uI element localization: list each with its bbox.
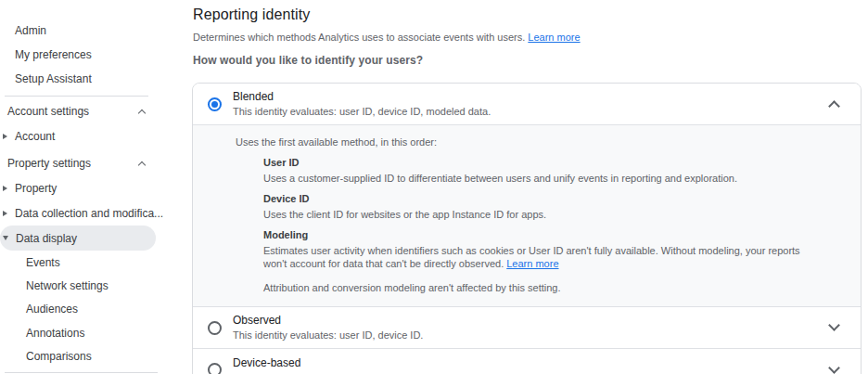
- option-observed[interactable]: Observed This identity evaluates: user I…: [193, 307, 861, 348]
- sidebar-item-property[interactable]: Property: [0, 175, 192, 200]
- sidebar-item-label: Network settings: [26, 279, 108, 292]
- sidebar-item-annotations[interactable]: Annotations: [0, 321, 192, 344]
- sidebar-item-audiences[interactable]: Audiences: [0, 298, 192, 321]
- sidebar-item-my-preferences[interactable]: My preferences: [0, 43, 192, 67]
- option-text: Device-based This identity evaluates: de…: [233, 356, 830, 374]
- radio-dot: [211, 101, 218, 108]
- radio-unselected-icon[interactable]: [208, 321, 222, 335]
- page-subtitle: Determines which methods Analytics uses …: [193, 31, 862, 44]
- sidebar-item-label: Data collection and modifica...: [15, 207, 163, 220]
- option-description: This identity evaluates: user ID, device…: [233, 106, 830, 118]
- sidebar-item-data-display[interactable]: Data display: [0, 226, 156, 251]
- method-name: User ID: [263, 156, 823, 169]
- identity-question: How would you like to identify your user…: [193, 54, 862, 68]
- sidebar-item-label: Admin: [15, 24, 46, 37]
- method-list: User ID Uses a customer-supplied ID to d…: [263, 156, 823, 270]
- arrow-right-icon: [3, 211, 7, 216]
- method-description: Uses a customer-supplied ID to different…: [263, 172, 823, 185]
- blended-details-panel: Uses the first available method, in this…: [193, 124, 861, 307]
- chevron-down-icon[interactable]: [828, 362, 840, 374]
- sidebar-item-label: Annotations: [26, 327, 84, 340]
- arrow-right-icon: [3, 186, 7, 191]
- method-description: Estimates user activity when identifiers…: [263, 244, 823, 270]
- details-intro: Uses the first available method, in this…: [236, 135, 823, 148]
- option-name: Blended: [233, 90, 830, 104]
- chevron-up-icon[interactable]: [828, 100, 840, 112]
- method-description: Uses the client ID for websites or the a…: [263, 208, 823, 221]
- sidebar-section-property-settings[interactable]: Property settings: [0, 150, 192, 175]
- method-name: Device ID: [263, 192, 823, 205]
- method-modeling: Modeling Estimates user activity when id…: [263, 228, 823, 270]
- learn-more-link[interactable]: Learn more: [528, 32, 580, 43]
- option-blended[interactable]: Blended This identity evaluates: user ID…: [193, 84, 861, 124]
- sidebar-divider: [5, 372, 158, 373]
- option-description: This identity evaluates: user ID, device…: [233, 329, 830, 342]
- sidebar-item-label: Events: [26, 256, 60, 269]
- option-device-based[interactable]: Device-based This identity evaluates: de…: [193, 349, 861, 374]
- sidebar-section-account-settings[interactable]: Account settings: [0, 98, 192, 123]
- subtitle-text: Determines which methods Analytics uses …: [193, 32, 525, 43]
- sidebar-item-label: Property: [15, 182, 57, 195]
- option-text: Observed This identity evaluates: user I…: [233, 314, 830, 342]
- sidebar-item-admin[interactable]: Admin: [0, 19, 192, 43]
- chevron-up-icon: [138, 109, 146, 116]
- sidebar-item-label: Setup Assistant: [15, 72, 92, 85]
- radio-unselected-icon[interactable]: [208, 363, 222, 374]
- section-header-label: Property settings: [7, 157, 91, 170]
- arrow-right-icon: [3, 134, 7, 139]
- section-header-label: Account settings: [7, 105, 89, 118]
- sidebar-item-events[interactable]: Events: [0, 251, 192, 274]
- reporting-identity-page: Reporting identity Determines which meth…: [192, 0, 862, 374]
- sidebar-divider: [5, 96, 148, 97]
- sidebar-item-label: Comparisons: [26, 350, 92, 363]
- attribution-note: Attribution and conversion modeling aren…: [263, 281, 823, 294]
- chevron-up-icon: [138, 161, 146, 168]
- radio-selected-icon[interactable]: [208, 97, 222, 111]
- sidebar-item-label: My preferences: [15, 48, 92, 61]
- sidebar-item-label: Account: [15, 130, 55, 143]
- sidebar-item-comparisons[interactable]: Comparisons: [0, 345, 192, 368]
- method-user-id: User ID Uses a customer-supplied ID to d…: [263, 156, 823, 185]
- sidebar-item-network-settings[interactable]: Network settings: [0, 274, 192, 297]
- learn-more-link[interactable]: Learn more: [506, 258, 558, 269]
- page-title: Reporting identity: [193, 6, 862, 24]
- sidebar-item-label: Audiences: [26, 303, 78, 316]
- identity-options-card: Blended This identity evaluates: user ID…: [192, 83, 862, 374]
- option-name: Device-based: [233, 356, 830, 370]
- method-name: Modeling: [263, 228, 823, 241]
- admin-sidebar: Admin My preferences Setup Assistant Acc…: [0, 0, 192, 374]
- arrow-down-icon: [3, 236, 8, 240]
- chevron-down-icon[interactable]: [828, 319, 840, 331]
- option-text: Blended This identity evaluates: user ID…: [233, 90, 830, 118]
- sidebar-item-data-collection[interactable]: Data collection and modifica...: [0, 200, 192, 226]
- option-name: Observed: [233, 314, 830, 328]
- sidebar-item-setup-assistant[interactable]: Setup Assistant: [0, 67, 192, 91]
- method-device-id: Device ID Uses the client ID for website…: [263, 192, 823, 221]
- sidebar-item-account[interactable]: Account: [0, 123, 192, 148]
- sidebar-item-label: Data display: [16, 232, 77, 245]
